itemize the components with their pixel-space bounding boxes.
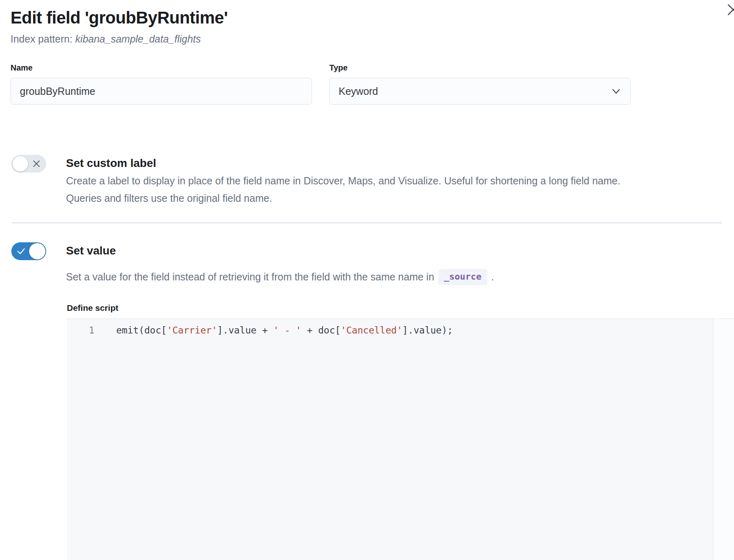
set-value-description-text: Set a value for the field instead of ret…	[66, 268, 434, 286]
type-field-label: Type	[329, 63, 348, 73]
type-select-value: Keyword	[339, 85, 378, 97]
custom-label-description: Create a label to display in place of th…	[66, 172, 620, 207]
x-mark-icon	[32, 159, 41, 168]
close-icon	[725, 2, 734, 18]
editor-overview-gutter	[713, 319, 734, 560]
code-line[interactable]: 1 emit(doc['Carrier'].value + ' - ' + do…	[67, 323, 713, 337]
line-number: 1	[67, 323, 94, 337]
set-value-description-period: .	[491, 268, 494, 286]
set-value-heading[interactable]: Set value	[66, 244, 116, 257]
toggle-knob	[12, 156, 28, 172]
toggle-knob	[29, 243, 45, 259]
set-value-description: Set a value for the field instead of ret…	[66, 268, 494, 286]
subtitle-prefix: Index pattern:	[11, 33, 75, 45]
custom-label-toggle[interactable]	[11, 155, 46, 173]
name-field-container	[11, 78, 312, 105]
custom-label-description-line2: Queries and filters use the original fie…	[66, 190, 620, 207]
index-pattern-name: kibana_sample_data_flights	[75, 33, 201, 45]
script-code-editor[interactable]: 1 emit(doc['Carrier'].value + ' - ' + do…	[67, 318, 734, 560]
section-divider	[12, 222, 722, 223]
code-content[interactable]: emit(doc['Carrier'].value + ' - ' + doc[…	[116, 323, 453, 337]
name-input[interactable]	[20, 78, 303, 104]
page-title: Edit field 'groubByRuntime'	[11, 8, 228, 28]
set-value-toggle[interactable]	[11, 242, 46, 260]
custom-label-heading[interactable]: Set custom label	[66, 157, 156, 170]
chevron-down-icon	[611, 86, 621, 96]
type-select[interactable]: Keyword	[329, 78, 631, 105]
name-field-label: Name	[11, 63, 32, 73]
check-mark-icon	[16, 246, 26, 256]
define-script-label: Define script	[67, 303, 118, 313]
custom-label-description-line1: Create a label to display in place of th…	[66, 172, 620, 190]
source-code-badge: _source	[438, 269, 487, 285]
index-pattern-subtitle: Index pattern: kibana_sample_data_flight…	[11, 33, 201, 45]
close-flyout-button[interactable]	[725, 2, 734, 18]
